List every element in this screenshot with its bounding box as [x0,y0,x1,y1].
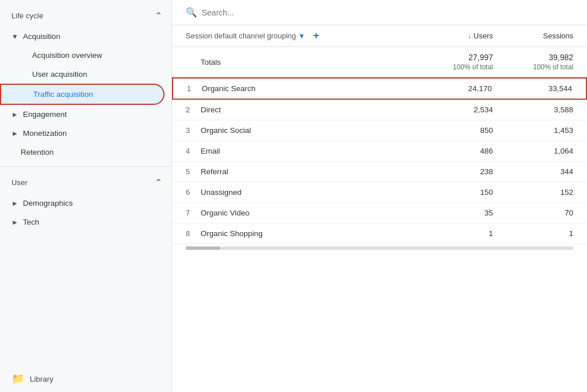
lifecycle-section[interactable]: Life cycle ⌃ [0,5,171,27]
sidebar-item-acquisition-overview[interactable]: Acquisition overview [0,46,165,65]
acquisition-arrow-icon: ▼ [11,33,18,41]
engagement-label: Engagement [23,110,67,119]
table-body: Totals 27,997 100% of total 39,982 100% … [172,47,587,392]
row-sessions-value: 70 [493,209,573,217]
engagement-arrow-icon: ► [11,111,18,119]
row-users-value: 35 [413,209,493,217]
table-header: Session default channel grouping ▼ + ↓ U… [172,25,587,47]
sidebar-item-demographics[interactable]: ► Demographics [0,194,171,213]
table-row[interactable]: 3 Organic Social 850 1,453 [172,120,587,141]
row-users-value: 24,170 [412,84,492,93]
sort-arrow-icon: ↓ [468,32,471,40]
add-column-button[interactable]: + [313,30,319,42]
table-row[interactable]: 7 Organic Video 35 70 [172,203,587,224]
search-icon: 🔍 [186,7,197,18]
sidebar-item-engagement[interactable]: ► Engagement [0,105,171,124]
row-users-value: 2,534 [413,105,493,114]
dropdown-arrow-icon: ▼ [298,32,305,40]
row-channel-label: Direct [201,105,413,114]
row-channel-label: Referral [201,167,413,176]
lifecycle-chevron-icon: ⌃ [155,10,162,21]
table-row[interactable]: 4 Email 486 1,064 [172,141,587,162]
sidebar: Life cycle ⌃ ▼ Acquisition Acquisition o… [0,0,172,392]
tech-label: Tech [23,218,40,226]
row-sessions-value: 33,544 [492,84,572,93]
sessions-col-label: Sessions [543,32,573,40]
users-column-header[interactable]: ↓ Users [413,32,493,40]
row-number: 6 [186,188,201,197]
scrollbar-track[interactable] [186,246,573,250]
retention-label: Retention [21,148,54,156]
traffic-acquisition-label: Traffic acquisition [33,90,93,99]
totals-users-value: 27,997 [453,53,493,62]
monetization-label: Monetization [23,129,67,138]
sidebar-item-tech[interactable]: ► Tech [0,213,171,232]
channel-column-header: Session default channel grouping ▼ + [186,30,413,42]
sidebar-item-library[interactable]: 📁 Library [0,366,171,392]
sessions-column-header[interactable]: Sessions [493,32,573,40]
user-label: User [11,178,28,187]
row-channel-label: Organic Shopping [201,229,413,238]
search-input[interactable] [202,8,573,17]
row-number: 8 [186,229,201,238]
user-chevron-icon: ⌃ [155,177,162,188]
row-sessions-value: 1,064 [493,147,573,155]
table-row[interactable]: 6 Unassigned 150 152 [172,182,587,203]
sidebar-item-user-acquisition[interactable]: User acquisition [0,65,165,84]
totals-label: Totals [186,58,413,66]
row-users-value: 238 [413,167,493,176]
row-number: 1 [187,84,202,93]
user-section[interactable]: User ⌃ [0,171,171,194]
demographics-arrow-icon: ► [11,199,18,207]
row-number: 5 [186,167,201,176]
search-bar: 🔍 [172,0,587,25]
demographics-label: Demographics [23,199,73,207]
totals-sessions-pct: 100% of total [493,63,573,71]
row-users-value: 486 [413,147,493,155]
table-row[interactable]: 2 Direct 2,534 3,588 [172,100,587,120]
row-channel-label: Organic Social [201,126,413,135]
user-acquisition-label: User acquisition [32,70,87,79]
row-number: 2 [186,105,201,114]
totals-users-pct: 100% of total [453,63,493,71]
row-number: 7 [186,209,201,217]
totals-users: 27,997 100% of total [413,53,493,71]
channel-grouping-label: Session default channel grouping [186,32,296,40]
acquisition-label: Acquisition [23,32,60,41]
sidebar-item-acquisition[interactable]: ▼ Acquisition [0,27,171,46]
library-label: Library [30,375,53,383]
lifecycle-label: Life cycle [11,11,44,20]
row-users-value: 1 [413,229,493,238]
data-rows-container: 1 Organic Search 24,170 33,544 2 Direct … [172,77,587,244]
row-users-value: 850 [413,126,493,135]
row-sessions-value: 3,588 [493,105,573,114]
channel-grouping-dropdown[interactable]: Session default channel grouping ▼ [186,32,305,40]
row-channel-label: Email [201,147,413,155]
tech-arrow-icon: ► [11,218,18,226]
row-number: 3 [186,126,201,135]
row-channel-label: Organic Video [201,209,413,217]
row-sessions-value: 152 [493,188,573,197]
sidebar-item-monetization[interactable]: ► Monetization [0,124,171,143]
users-col-label: Users [473,32,493,40]
table-row[interactable]: 1 Organic Search 24,170 33,544 [172,77,587,100]
row-number: 4 [186,147,201,155]
row-channel-label: Unassigned [201,188,413,197]
row-sessions-value: 1 [493,229,573,238]
row-sessions-value: 1,453 [493,126,573,135]
sidebar-item-retention[interactable]: Retention [0,143,165,162]
row-sessions-value: 344 [493,167,573,176]
main-content: 🔍 Session default channel grouping ▼ + ↓… [172,0,587,392]
sidebar-item-traffic-acquisition[interactable]: Traffic acquisition [0,84,165,105]
table-row[interactable]: 5 Referral 238 344 [172,162,587,182]
totals-sessions: 39,982 100% of total [493,53,573,71]
row-users-value: 150 [413,188,493,197]
totals-row: Totals 27,997 100% of total 39,982 100% … [172,47,587,77]
sidebar-divider [0,166,171,167]
monetization-arrow-icon: ► [11,130,18,138]
acquisition-overview-label: Acquisition overview [32,51,102,60]
row-channel-label: Organic Search [202,84,412,93]
table-row[interactable]: 8 Organic Shopping 1 1 [172,224,587,244]
library-folder-icon: 📁 [11,373,24,385]
scrollbar-thumb[interactable] [186,246,220,250]
